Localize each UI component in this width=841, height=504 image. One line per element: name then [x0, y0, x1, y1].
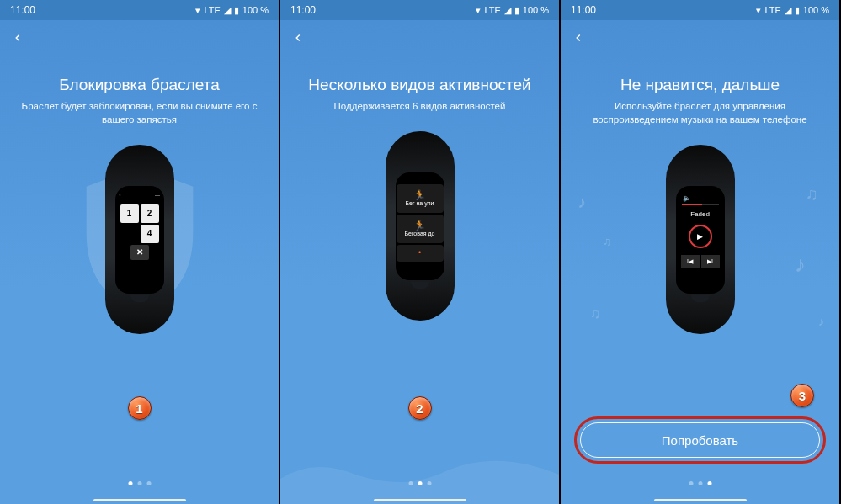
lock-back-icon: ‹	[120, 192, 121, 197]
band-illustration: 🏃 Бег на ули 🏃 Беговая до •	[378, 131, 462, 321]
dot	[698, 481, 702, 485]
back-button[interactable]	[572, 32, 589, 49]
page-indicator	[689, 481, 711, 485]
onboarding-screen: ♪ ♫ ♫ ♪ ♪ ♫ Не нравится, дальше Использу…	[561, 20, 839, 504]
prev-track-icon: I◀	[681, 255, 700, 268]
band-home-button	[691, 295, 710, 302]
dot	[408, 481, 413, 485]
hills-decoration	[280, 445, 559, 504]
status-right: ▾ LTE ◢ ▮ 100 %	[756, 5, 829, 16]
back-button[interactable]	[292, 32, 309, 49]
network-label: LTE	[764, 5, 780, 15]
activity-label: Бег на ули	[405, 200, 434, 206]
note-icon: ♪	[578, 193, 586, 212]
battery-pct: 100 %	[803, 5, 829, 15]
dot	[427, 481, 431, 485]
note-icon: ♫	[603, 235, 612, 248]
dot	[146, 481, 151, 485]
status-bar: 11:00 ▾ LTE ◢ ▮ 100 %	[0, 0, 279, 20]
dot	[707, 481, 711, 485]
activity-icon: •	[418, 249, 421, 257]
signal-icon: ◢	[504, 5, 511, 16]
fitness-band: 🏃 Бег на ули 🏃 Беговая до •	[386, 131, 455, 321]
network-label: LTE	[484, 5, 500, 15]
page-indicator	[408, 481, 431, 485]
nav-handle	[654, 499, 747, 501]
band-illustration: 🔈 Faded ▶ I◀ ▶I	[658, 145, 743, 334]
note-icon: ♫	[590, 306, 600, 321]
nav-handle	[93, 499, 186, 501]
page-subtitle: Браслет будет заблокирован, если вы сним…	[0, 99, 279, 126]
keypad-gap	[120, 225, 139, 243]
dot	[689, 481, 693, 485]
page-title: Не нравится, дальше	[607, 76, 793, 94]
step-badge-3: 3	[790, 384, 814, 407]
note-icon: ♫	[806, 184, 818, 204]
battery-pct: 100 %	[523, 5, 549, 15]
phone-screen-3: 11:00 ▾ LTE ◢ ▮ 100 % ♪ ♫ ♫ ♪ ♪ ♫ Не нра…	[561, 0, 841, 504]
back-button[interactable]	[12, 32, 29, 49]
network-label: LTE	[204, 5, 220, 15]
battery-pct: 100 %	[242, 5, 269, 15]
phone-screen-1: 11:00 ▾ LTE ◢ ▮ 100 % Блокировка браслет…	[0, 0, 280, 504]
wifi-icon: ▾	[756, 5, 761, 16]
page-subtitle: Используйте браслет для управления воспр…	[561, 99, 839, 126]
battery-icon: ▮	[514, 5, 519, 16]
onboarding-screen: Блокировка браслета Браслет будет заблок…	[0, 20, 279, 504]
band-screen-music: 🔈 Faded ▶ I◀ ▶I	[676, 186, 725, 294]
keypad-4: 4	[141, 225, 159, 243]
signal-icon: ◢	[224, 5, 231, 16]
keypad-1: 1	[120, 204, 139, 223]
dot	[128, 481, 132, 485]
lock-dots: ⋯	[155, 192, 160, 198]
dot	[418, 481, 422, 485]
cta-highlight: Попробовать	[574, 416, 826, 464]
band-home-button	[411, 282, 429, 289]
clock: 11:00	[571, 4, 596, 16]
progress-bar	[682, 204, 719, 205]
page-indicator	[128, 481, 151, 485]
activity-item: •	[397, 245, 444, 262]
band-screen-activities: 🏃 Бег на ули 🏃 Беговая до •	[396, 172, 444, 280]
page-title: Блокировка браслета	[45, 76, 232, 94]
treadmill-icon: 🏃	[413, 220, 426, 231]
dot	[137, 481, 141, 485]
activity-label: Беговая до	[404, 231, 434, 236]
signal-icon: ◢	[785, 5, 791, 16]
track-name: Faded	[690, 210, 710, 218]
next-track-icon: ▶I	[701, 255, 720, 268]
battery-icon: ▮	[795, 5, 800, 16]
band-screen-lock: ‹ ⋯ 1 2 4 ✕	[115, 186, 164, 294]
onboarding-screen: Несколько видов активностей Поддерживает…	[280, 20, 559, 504]
status-right: ▾ LTE ◢ ▮ 100 %	[476, 5, 549, 16]
band-home-button	[130, 295, 149, 302]
play-button-icon: ▶	[689, 225, 712, 248]
try-button[interactable]: Попробовать	[580, 422, 820, 458]
step-badge-1: 1	[128, 396, 152, 420]
running-icon: 🏃	[413, 190, 426, 200]
clock: 11:00	[10, 4, 35, 16]
wifi-icon: ▾	[195, 5, 200, 16]
fitness-band: 🔈 Faded ▶ I◀ ▶I	[666, 145, 735, 334]
note-icon: ♪	[818, 315, 824, 328]
activity-item: 🏃 Бег на ули	[397, 184, 444, 213]
status-bar: 11:00 ▾ LTE ◢ ▮ 100 %	[280, 0, 559, 20]
status-right: ▾ LTE ◢ ▮ 100 %	[195, 5, 269, 16]
note-icon: ♪	[795, 252, 806, 278]
band-illustration: ‹ ⋯ 1 2 4 ✕	[98, 145, 182, 334]
keypad-delete: ✕	[130, 245, 149, 260]
step-badge-2: 2	[408, 396, 432, 420]
volume-icon: 🔈	[683, 194, 691, 202]
keypad-2: 2	[141, 204, 159, 223]
fitness-band: ‹ ⋯ 1 2 4 ✕	[105, 145, 174, 334]
status-bar: 11:00 ▾ LTE ◢ ▮ 100 %	[561, 0, 839, 20]
page-title: Несколько видов активностей	[295, 76, 544, 94]
page-subtitle: Поддерживается 6 видов активностей	[314, 99, 526, 113]
phone-screen-2: 11:00 ▾ LTE ◢ ▮ 100 % Несколько видов ак…	[280, 0, 561, 504]
activity-item: 🏃 Беговая до	[397, 215, 444, 243]
wifi-icon: ▾	[476, 5, 481, 16]
clock: 11:00	[290, 4, 316, 16]
nav-handle	[374, 499, 466, 501]
battery-icon: ▮	[234, 5, 239, 16]
